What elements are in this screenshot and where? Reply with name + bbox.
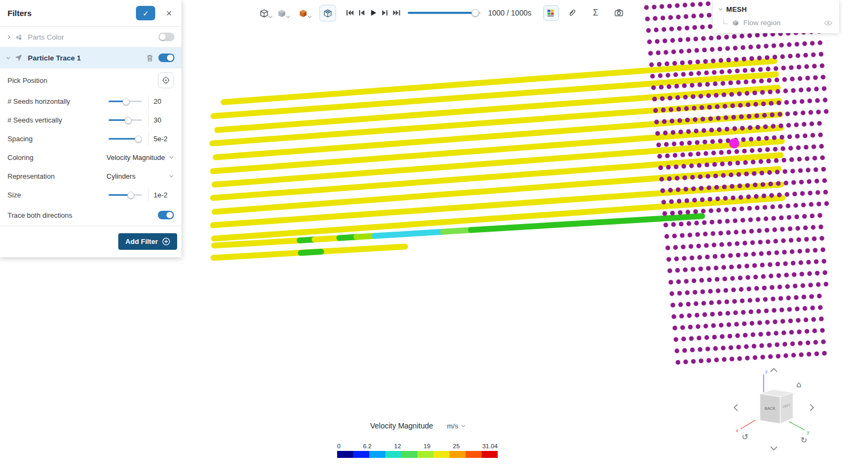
- add-filter-button[interactable]: Add Filter: [118, 233, 177, 250]
- pick-position-label: Pick Position: [7, 76, 158, 85]
- apply-button[interactable]: ✓: [136, 6, 155, 20]
- coloring-select[interactable]: Velocity Magnitude: [105, 151, 174, 164]
- legend-unit-value: m/s: [447, 422, 458, 430]
- z-axis-label: z: [765, 369, 768, 374]
- spacing-value[interactable]: 5e-2: [148, 133, 174, 145]
- surface-display-button[interactable]: [298, 8, 311, 18]
- fit-view-button[interactable]: [259, 8, 272, 18]
- prop-spacing: Spacing 5e-2: [0, 129, 181, 148]
- spacing-label: Spacing: [7, 135, 109, 143]
- close-button[interactable]: ×: [164, 7, 174, 19]
- roll-cw-icon[interactable]: ↻: [801, 435, 808, 445]
- home-view-icon[interactable]: ⌂: [796, 380, 802, 389]
- slider-thumb[interactable]: [127, 191, 134, 198]
- step-forward-icon: [382, 9, 389, 17]
- filters-header: Filters ✓ ×: [0, 0, 181, 27]
- colormap-icon: [546, 9, 555, 18]
- navigation-gizmo: ⌂ ↺ ↻ z x y BACK LEFT: [729, 365, 819, 457]
- legend-tick: 6.2: [363, 443, 371, 449]
- previous-frame-button[interactable]: [355, 7, 367, 19]
- parts-color-toggle[interactable]: [158, 33, 174, 41]
- trace-both-toggle[interactable]: [158, 211, 174, 219]
- timeline-thumb[interactable]: [471, 9, 479, 17]
- mesh-header[interactable]: MESH: [719, 5, 833, 13]
- legend-toggle-button[interactable]: [543, 5, 559, 21]
- seeds-v-value[interactable]: 30: [148, 114, 174, 127]
- parts-display-button[interactable]: [277, 8, 290, 18]
- skip-to-start-button[interactable]: [344, 7, 355, 19]
- legend-tick: 19: [423, 443, 430, 449]
- skip-to-end-button[interactable]: [391, 7, 402, 19]
- roll-ccw-icon[interactable]: ↺: [742, 432, 749, 442]
- size-label: Size: [7, 191, 109, 199]
- legend-unit-select[interactable]: m/s: [447, 422, 465, 430]
- rotate-right-chevron[interactable]: [810, 404, 813, 411]
- parts-color-icon: [14, 33, 23, 41]
- check-icon: ✓: [143, 9, 149, 18]
- pick-position-button[interactable]: [158, 72, 174, 88]
- chevron-right-icon: [6, 35, 10, 39]
- filter-row-particle-trace[interactable]: Particle Trace 1: [0, 48, 181, 68]
- view-cube[interactable]: BACK LEFT: [760, 389, 793, 424]
- chevron-down-icon: [269, 14, 272, 18]
- rotate-down-chevron[interactable]: [771, 447, 777, 450]
- delete-filter-button[interactable]: [146, 54, 154, 62]
- filters-panel: Filters ✓ × Parts Color Particle Trace 1: [0, 0, 181, 257]
- seeds-h-value[interactable]: 20: [148, 95, 174, 108]
- rotate-up-chevron[interactable]: [771, 369, 777, 372]
- mesh-title: MESH: [726, 5, 747, 13]
- gray-cube-icon: [277, 8, 287, 18]
- x-axis-label: x: [736, 428, 738, 433]
- prop-seeds-vertically: # Seeds vertically 30: [0, 111, 181, 129]
- seeds-v-label: # Seeds vertically: [7, 116, 109, 124]
- plus-circle-icon: [162, 238, 170, 246]
- prop-seeds-horizontally: # Seeds horizontally 20: [0, 92, 181, 111]
- add-filter-label: Add Filter: [125, 238, 158, 246]
- mesh-panel: MESH Flow region: [713, 0, 839, 33]
- camera-icon: [614, 9, 623, 17]
- particle-trace-toggle[interactable]: [158, 53, 174, 62]
- color-legend: Velocity Magnitude m/s 0 6.2 12 19 25 31…: [337, 422, 498, 458]
- chevron-down-icon: [170, 155, 173, 159]
- spacing-slider[interactable]: [109, 138, 142, 140]
- mesh-item-flow-region[interactable]: Flow region: [719, 19, 833, 27]
- legend-tick: 0: [337, 443, 340, 449]
- skip-start-icon: [346, 9, 354, 17]
- particle-trace-icon: [14, 53, 23, 62]
- timeline-fill: [408, 12, 475, 14]
- chevron-down-icon: [719, 7, 722, 11]
- close-icon: ×: [166, 8, 172, 19]
- size-slider[interactable]: [109, 194, 142, 196]
- seeds-v-slider[interactable]: [109, 119, 142, 121]
- size-value[interactable]: 1e-2: [148, 189, 174, 202]
- pick-position-marker[interactable]: [729, 139, 740, 149]
- representation-label: Representation: [7, 172, 105, 180]
- statistics-button[interactable]: Σ: [590, 7, 601, 19]
- timeline-slider[interactable]: [408, 12, 481, 14]
- chevron-down-icon: [6, 55, 10, 59]
- probe-point-button[interactable]: [566, 7, 578, 19]
- rotate-left-chevron[interactable]: [734, 404, 737, 411]
- viewer-toolbar: 1000 / 1000s Σ: [259, 3, 625, 23]
- screenshot-button[interactable]: [613, 7, 625, 19]
- coloring-label: Coloring: [7, 154, 105, 162]
- next-frame-button[interactable]: [379, 7, 391, 19]
- mesh-view-toggle-button[interactable]: [319, 5, 336, 21]
- slider-thumb[interactable]: [125, 117, 132, 124]
- representation-select[interactable]: Cylinders: [105, 170, 174, 182]
- mesh-cube-icon: [732, 19, 740, 27]
- seeds-h-slider[interactable]: [109, 101, 142, 102]
- slider-thumb[interactable]: [123, 98, 130, 105]
- chevron-down-icon: [286, 14, 290, 18]
- legend-tick: 31.04: [482, 443, 498, 449]
- chevron-down-icon: [461, 423, 465, 427]
- visibility-eye-icon[interactable]: [824, 20, 833, 26]
- legend-title: Velocity Magnitude: [370, 422, 433, 430]
- filters-footer: Add Filter: [0, 226, 181, 257]
- legend-tick-labels: 0 6.2 12 19 25 31.04: [337, 443, 498, 449]
- play-button[interactable]: [367, 7, 379, 19]
- slider-thumb[interactable]: [135, 135, 142, 142]
- chevron-down-icon: [308, 14, 311, 18]
- step-back-icon: [358, 9, 365, 17]
- filter-row-parts-color[interactable]: Parts Color: [0, 27, 181, 48]
